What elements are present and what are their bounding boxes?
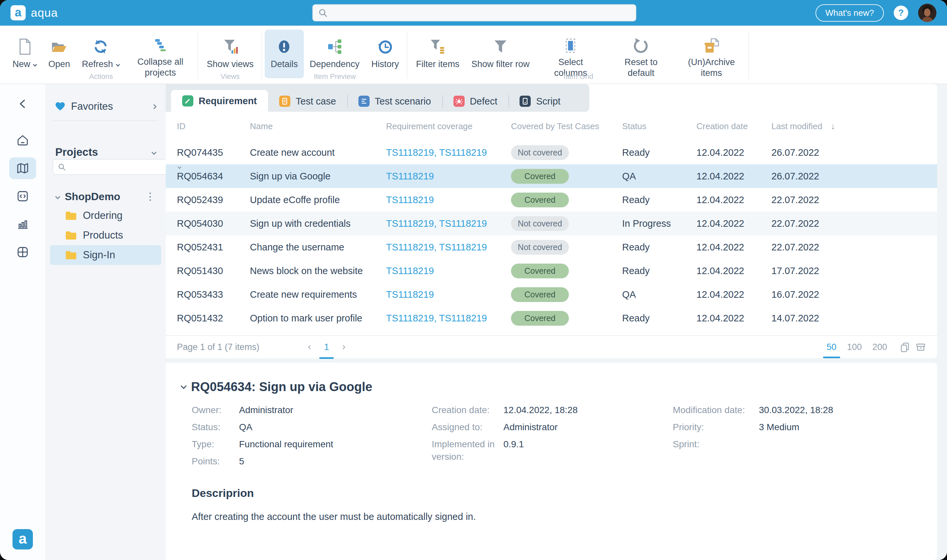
group-label-actions: Actions bbox=[4, 72, 198, 81]
unarchive-items-button[interactable]: (Un)Archive items bbox=[676, 29, 747, 78]
map-icon bbox=[15, 161, 30, 175]
row-name: Change the username bbox=[250, 242, 386, 253]
table-row[interactable]: RQ053433 Create new requirements TS11182… bbox=[166, 283, 937, 306]
tree-node-shopdemo[interactable]: ShopDemo ⋮ bbox=[52, 187, 159, 206]
tree-folder-sign-in[interactable]: Sign-In bbox=[50, 245, 161, 265]
folder-label: Products bbox=[83, 229, 123, 241]
sidebar-item-home[interactable] bbox=[9, 129, 36, 151]
requirement-icon bbox=[182, 95, 193, 106]
open-button[interactable]: Open bbox=[42, 29, 76, 78]
top-bar: a aqua What's new? ? bbox=[0, 0, 947, 26]
global-search-input[interactable] bbox=[331, 8, 630, 18]
favorites-row[interactable]: Favorites bbox=[52, 97, 159, 116]
copy-icon[interactable] bbox=[900, 342, 910, 352]
row-coverage-links[interactable]: TS1118219, TS1118219 bbox=[386, 218, 511, 229]
table-row[interactable]: RQ074435 Create new account TS1118219, T… bbox=[166, 141, 937, 164]
table-row[interactable]: RQ051430 News block on the website TS111… bbox=[166, 259, 937, 283]
page-number[interactable]: 1 bbox=[323, 342, 331, 352]
folder-label: Sign-In bbox=[83, 249, 115, 261]
projects-label: Projects bbox=[55, 146, 152, 158]
table-header: ID Name Requirement coverage Covered by … bbox=[166, 112, 937, 141]
row-name: Create new requirements bbox=[250, 289, 386, 300]
details-button[interactable]: Details bbox=[265, 29, 304, 78]
table-row[interactable]: RQ054030 Sign up with credentials TS1118… bbox=[166, 212, 937, 235]
folder-label: Ordering bbox=[83, 210, 123, 222]
global-search[interactable] bbox=[313, 4, 636, 22]
toolbar-group-item-preview: Details Dependency History Item Preview bbox=[262, 26, 407, 83]
sidebar-item-dashboards[interactable] bbox=[9, 241, 36, 263]
col-name[interactable]: Name bbox=[250, 121, 386, 131]
covered-badge: Covered bbox=[511, 287, 569, 302]
table-row[interactable]: RQ054634 Sign up via Google TS1118219 Co… bbox=[166, 164, 937, 188]
row-coverage-links[interactable]: TS1118219 bbox=[386, 195, 511, 205]
row-covered-cell: Covered bbox=[511, 311, 622, 326]
field-value: Functional requirement bbox=[239, 438, 333, 451]
user-avatar[interactable] bbox=[918, 4, 936, 22]
projects-header[interactable]: Projects bbox=[52, 145, 159, 160]
row-last-modified: 17.07.2022 bbox=[771, 266, 926, 276]
col-id[interactable]: ID bbox=[177, 121, 250, 131]
show-filter-row-button[interactable]: Show filter row bbox=[465, 29, 535, 78]
prev-page-icon[interactable] bbox=[308, 345, 313, 349]
group-label-item-grid: Item Grid bbox=[407, 72, 749, 81]
table-row[interactable]: RQ052431 Change the username TS1118219, … bbox=[166, 235, 937, 259]
kebab-menu-icon[interactable]: ⋮ bbox=[145, 192, 155, 202]
table-row[interactable]: RQ051432 Option to mark user profile TS1… bbox=[166, 306, 937, 330]
select-columns-button[interactable]: Select columns bbox=[535, 29, 606, 78]
reset-to-default-button[interactable]: Reset to default bbox=[606, 29, 676, 78]
col-last-modified[interactable]: Last modified↓ bbox=[771, 121, 926, 131]
row-coverage-links[interactable]: TS1118219, TS1118219 bbox=[386, 313, 511, 324]
col-requirement-coverage[interactable]: Requirement coverage bbox=[386, 121, 511, 131]
sidebar-item-reports[interactable] bbox=[9, 213, 36, 235]
tree-folder-products[interactable]: Products bbox=[50, 225, 161, 245]
row-creation-date: 12.04.2022 bbox=[696, 313, 771, 324]
show-views-button[interactable]: Show views bbox=[201, 29, 260, 78]
tab-defect[interactable]: Defect bbox=[442, 91, 509, 112]
col-status[interactable]: Status bbox=[622, 121, 696, 131]
ribbon-toolbar: New Open Refresh Collapse all projects bbox=[0, 26, 947, 84]
row-creation-date: 12.04.2022 bbox=[696, 218, 771, 229]
divider bbox=[52, 120, 159, 121]
row-coverage-links[interactable]: TS1118219, TS1118219 bbox=[386, 242, 511, 253]
row-coverage-links[interactable]: TS1118219 bbox=[386, 266, 511, 276]
filter-items-label: Filter items bbox=[416, 59, 459, 70]
col-creation-date[interactable]: Creation date bbox=[696, 121, 771, 131]
page-size-50[interactable]: 50 bbox=[827, 342, 836, 352]
row-last-modified: 26.07.2022 bbox=[771, 171, 926, 182]
tree-folder-ordering[interactable]: Ordering bbox=[50, 206, 161, 225]
help-button[interactable]: ? bbox=[894, 6, 908, 20]
field-label: Sprint: bbox=[673, 438, 759, 451]
refresh-button[interactable]: Refresh bbox=[76, 29, 125, 78]
tab-requirement[interactable]: Requirement bbox=[171, 90, 268, 112]
whats-new-button[interactable]: What's new? bbox=[816, 4, 884, 22]
page-size-200[interactable]: 200 bbox=[872, 342, 887, 352]
col-covered-by-test-cases[interactable]: Covered by Test Cases bbox=[511, 121, 622, 131]
group-label-views: Views bbox=[198, 72, 262, 81]
new-document-icon bbox=[17, 37, 32, 56]
next-page-icon[interactable] bbox=[341, 345, 345, 349]
field-label: Creation date: bbox=[432, 404, 504, 416]
row-last-modified: 22.07.2022 bbox=[771, 242, 926, 253]
sidebar-item-scripts[interactable] bbox=[9, 185, 36, 207]
archive-box-icon[interactable] bbox=[915, 342, 926, 352]
row-creation-date: 12.04.2022 bbox=[696, 289, 771, 300]
table-row[interactable]: RQ052439 Update eCoffe profile TS1118219… bbox=[166, 188, 937, 212]
row-coverage-links[interactable]: TS1118219 bbox=[386, 289, 511, 300]
row-coverage-links[interactable]: TS1118219, TS1118219 bbox=[386, 147, 511, 158]
project-search-input[interactable] bbox=[69, 162, 175, 172]
sidebar-item-projects[interactable] bbox=[9, 157, 36, 179]
collapse-panel-button[interactable] bbox=[16, 97, 29, 111]
history-button[interactable]: History bbox=[365, 29, 405, 78]
tab-test-scenario[interactable]: Test scenario bbox=[347, 91, 442, 112]
tab-test-case[interactable]: Test case bbox=[268, 91, 347, 112]
details-header[interactable]: RQ054634: Sign up via Google bbox=[182, 380, 924, 394]
row-coverage-links[interactable]: TS1118219 bbox=[386, 171, 511, 182]
collapse-all-projects-button[interactable]: Collapse all projects bbox=[125, 29, 196, 78]
dependency-button[interactable]: Dependency bbox=[304, 29, 366, 78]
filter-items-button[interactable]: Filter items bbox=[410, 29, 465, 78]
tab-script[interactable]: Script bbox=[508, 91, 571, 112]
new-button[interactable]: New bbox=[6, 29, 42, 78]
page-size-100[interactable]: 100 bbox=[847, 342, 862, 352]
sort-desc-icon: ↓ bbox=[831, 121, 835, 131]
row-status: Ready bbox=[622, 266, 696, 276]
